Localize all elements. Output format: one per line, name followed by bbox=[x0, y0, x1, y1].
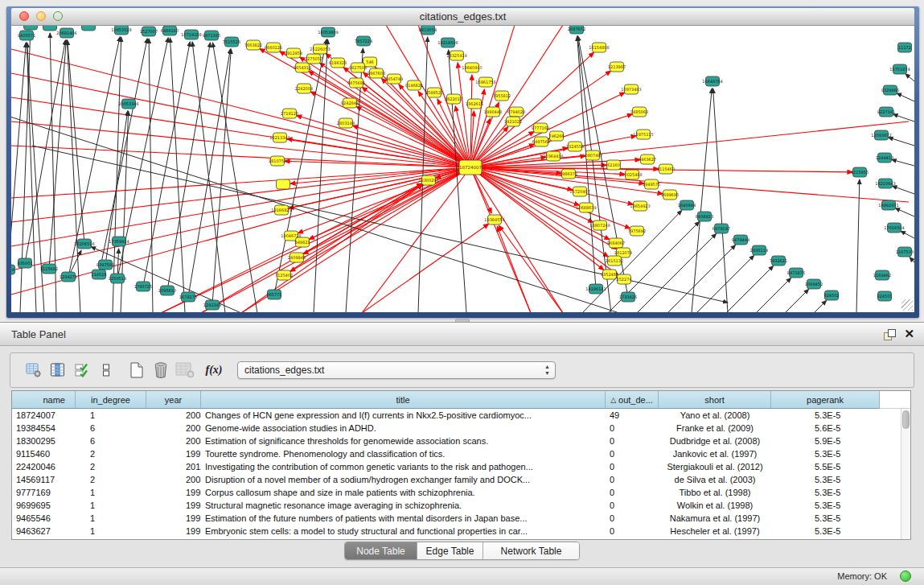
table-selector-dropdown[interactable]: citations_edges.txt ▲▼ bbox=[237, 361, 556, 379]
graph-node-label: 2409948 bbox=[288, 255, 306, 260]
graph-node-label: 1812074 bbox=[614, 250, 632, 255]
table-tabs: Node TableEdge TableNetwork Table bbox=[344, 542, 580, 560]
column-header-name[interactable]: name bbox=[12, 391, 76, 409]
network-graph: 1872400718300295193845549405571206914061… bbox=[11, 26, 914, 312]
graph-node-label: 19166829 bbox=[271, 208, 291, 212]
graph-node-label: 1244413 bbox=[876, 155, 893, 160]
graph-edge bbox=[726, 266, 774, 312]
graph-node-label: 18807249 bbox=[589, 223, 610, 228]
cell-short: Nakamura et al. (1997) bbox=[659, 512, 771, 525]
graph-edge bbox=[161, 183, 422, 312]
cell-year: 2008 bbox=[146, 409, 201, 422]
table-row[interactable]: 1938455462009Genome-wide association stu… bbox=[12, 422, 910, 435]
graph-node-label: 7515526 bbox=[223, 39, 240, 44]
table-toolbar: f(x) citations_edges.txt ▲▼ bbox=[10, 352, 914, 388]
graph-node-label: 25226053 bbox=[310, 47, 330, 51]
dropdown-arrows-icon: ▲▼ bbox=[544, 364, 550, 377]
table-row[interactable]: 946554611997Estimation of the future num… bbox=[12, 512, 910, 525]
graph-edge bbox=[910, 257, 914, 262]
graph-node-label: 9146821 bbox=[405, 83, 423, 88]
graph-edge bbox=[20, 32, 31, 312]
graph-node-label: 16154808 bbox=[589, 45, 609, 50]
graph-node-label: 8813054 bbox=[419, 27, 437, 32]
network-window-titlebar[interactable]: citations_edges.txt bbox=[11, 8, 914, 26]
cell-name: 18724007 bbox=[12, 409, 76, 422]
table-scrollbar[interactable] bbox=[901, 409, 910, 539]
graph-node-label: 746266 bbox=[548, 134, 564, 138]
toggle-rows-icon[interactable] bbox=[96, 360, 117, 381]
graph-node-label: 16210643 bbox=[875, 181, 895, 186]
graph-node-label: 12975115 bbox=[633, 132, 653, 137]
column-header-out_degree[interactable]: △out_de... bbox=[606, 391, 659, 409]
column-header-in_degree[interactable]: in_degree bbox=[76, 391, 146, 409]
table-row[interactable]: 1872400712008Changes of HCN gene express… bbox=[12, 409, 910, 422]
table-row[interactable]: 1456911722003Disruption of a novel membe… bbox=[12, 473, 910, 486]
delete-columns-icon[interactable] bbox=[150, 360, 171, 381]
graph-node-label: 1733426 bbox=[619, 295, 637, 299]
graph-node[interactable] bbox=[43, 26, 57, 31]
cell-pagerank: 5.3E-5 bbox=[771, 447, 880, 460]
graph-node-label: 9215955 bbox=[851, 170, 869, 175]
memory-status-icon[interactable] bbox=[900, 571, 911, 582]
table-settings-icon[interactable] bbox=[23, 360, 44, 381]
column-header-short[interactable]: short bbox=[659, 391, 771, 409]
cell-year: 2009 bbox=[146, 422, 201, 435]
graph-edge bbox=[11, 43, 26, 270]
graph-node-label: 7663822 bbox=[244, 43, 262, 47]
close-panel-icon[interactable]: ✕ bbox=[904, 327, 914, 341]
graph-edge bbox=[212, 49, 231, 305]
graph-node-label: 8938923 bbox=[696, 214, 713, 219]
graph-node-label: 7986372 bbox=[560, 171, 577, 176]
graph-node[interactable] bbox=[277, 179, 290, 189]
graph-node-label: 6497568 bbox=[532, 139, 550, 144]
resize-grip-icon[interactable] bbox=[901, 299, 913, 311]
table-panel-header: Table Panel ✕ bbox=[0, 322, 924, 346]
graph-node-label: 7125402 bbox=[275, 273, 293, 278]
graph-node-label: 19384554 bbox=[484, 217, 504, 222]
graph-node-label: 1810754 bbox=[269, 159, 286, 163]
row-selection-icon[interactable] bbox=[72, 360, 92, 381]
function-builder-icon[interactable]: f(x) bbox=[203, 360, 224, 381]
graph-node-label: 9329966 bbox=[881, 88, 899, 93]
show-columns-icon[interactable] bbox=[47, 360, 68, 381]
graph-edge bbox=[499, 225, 563, 312]
delete-table-icon[interactable] bbox=[175, 360, 195, 381]
table-row[interactable]: 911546021997Tourette syndrome. Phenomeno… bbox=[12, 447, 910, 460]
cell-name: 22420046 bbox=[12, 460, 76, 473]
table-row[interactable]: 969969511998Structural magnetic resonanc… bbox=[12, 499, 910, 512]
table-row[interactable]: 1830029562008Estimation of significance … bbox=[12, 435, 910, 447]
sort-ascending-icon: △ bbox=[610, 396, 616, 404]
graph-edge bbox=[696, 255, 754, 312]
table-row[interactable]: 2242004622012Investigating the contribut… bbox=[12, 460, 910, 473]
new-table-icon[interactable] bbox=[126, 360, 147, 381]
graph-node-label: 8454749 bbox=[385, 76, 403, 81]
network-canvas[interactable]: 1872400718300295193845549405571206914061… bbox=[11, 26, 914, 312]
graph-node-label: 6794028 bbox=[507, 109, 525, 114]
graph-node-label: 19992971 bbox=[878, 203, 898, 208]
cell-title: Genome-wide association studies in ADHD. bbox=[201, 422, 606, 435]
cell-out_degree: 49 bbox=[606, 409, 659, 422]
table-row[interactable]: 977716911998Corpus callosum shape and si… bbox=[12, 486, 910, 499]
tab-edge-table[interactable]: Edge Table bbox=[417, 542, 483, 559]
column-header-pagerank[interactable]: pagerank bbox=[771, 391, 880, 409]
column-header-title[interactable]: title bbox=[201, 391, 606, 409]
graph-node-label: 17016504 bbox=[884, 225, 904, 230]
tab-node-table[interactable]: Node Table bbox=[345, 542, 417, 559]
graph-node-label: 39154 bbox=[11, 267, 14, 272]
graph-node[interactable] bbox=[24, 26, 38, 30]
graph-node-label: 924502 bbox=[823, 293, 839, 298]
graph-edge bbox=[756, 278, 791, 312]
graph-node[interactable] bbox=[82, 26, 96, 31]
column-header-year[interactable]: year bbox=[146, 391, 201, 409]
cell-pagerank: 5.3E-5 bbox=[771, 512, 880, 525]
cell-out_degree: 0 bbox=[606, 512, 659, 525]
graph-node-label: 7975692 bbox=[628, 229, 646, 233]
cell-name: 9777169 bbox=[12, 486, 76, 499]
graph-node-label: 16961758 bbox=[475, 80, 495, 84]
graph-node-label: 7857224 bbox=[355, 39, 372, 43]
table-row[interactable]: 946362711997Embryonic stem cells: a mode… bbox=[12, 525, 910, 538]
tab-network-table[interactable]: Network Table bbox=[483, 542, 579, 559]
table-scrollbar-thumb[interactable] bbox=[902, 410, 910, 429]
float-panel-icon[interactable] bbox=[884, 329, 895, 340]
graph-node-label: 10807487 bbox=[582, 153, 602, 158]
